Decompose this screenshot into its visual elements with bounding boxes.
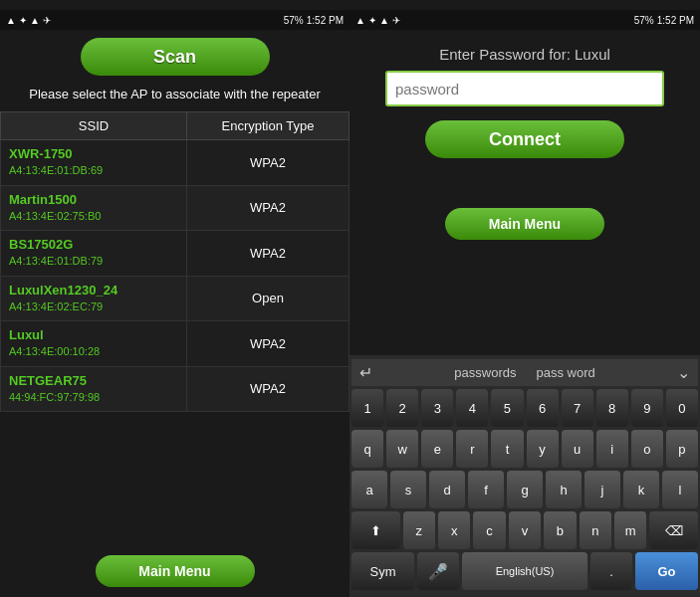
network-table: SSID Encryption Type XWR-1750 A4:13:4E:0…: [0, 111, 350, 412]
ssid-cell: XWR-1750 A4:13:4E:01:DB:69: [1, 140, 187, 185]
key-g[interactable]: g: [507, 471, 543, 508]
key-d[interactable]: d: [429, 471, 465, 508]
ssid-name: XWR-1750: [9, 146, 73, 161]
table-row[interactable]: BS17502G A4:13:4E:01:DB:79 WPA2: [1, 231, 350, 276]
key-k[interactable]: k: [623, 471, 659, 508]
right-status-right: 57% 1:52 PM: [634, 15, 694, 26]
table-row[interactable]: Luxul A4:13:4E:00:10:28 WPA2: [1, 321, 350, 366]
left-main-menu-button[interactable]: Main Menu: [96, 555, 255, 587]
right-panel: ▲ ✦ ▲ ✈ 57% 1:52 PM Enter Password for: …: [350, 0, 700, 597]
key-9[interactable]: 9: [631, 389, 663, 427]
key-8[interactable]: 8: [596, 389, 628, 427]
keyboard-zxcv-row: ⬆ z x c v b n m ⌫: [351, 511, 698, 549]
key-j[interactable]: j: [584, 471, 620, 508]
key-l[interactable]: l: [662, 471, 698, 508]
kbd-dropdown-icon[interactable]: ⌄: [677, 363, 690, 382]
key-a[interactable]: a: [351, 471, 387, 508]
left-status-bar: ▲ ✦ ▲ ✈ 57% 1:52 PM: [0, 10, 350, 30]
right-wifi-icon: ▲: [379, 15, 389, 26]
suggestion-passwords[interactable]: passwords: [454, 365, 516, 380]
key-7[interactable]: 7: [562, 389, 593, 427]
enc-cell: WPA2: [186, 321, 349, 366]
password-input[interactable]: [385, 71, 664, 106]
right-airplane-icon: ✈: [392, 15, 400, 26]
key-3[interactable]: 3: [421, 389, 453, 427]
ssid-cell: BS17502G A4:13:4E:01:DB:79: [1, 231, 187, 276]
key-2[interactable]: 2: [386, 389, 418, 427]
key-x[interactable]: x: [438, 511, 470, 549]
key-p[interactable]: p: [666, 430, 698, 468]
backspace-key[interactable]: ⌫: [649, 511, 698, 549]
connect-button[interactable]: Connect: [425, 120, 624, 158]
key-t[interactable]: t: [491, 430, 523, 468]
keyboard-suggestions-items: passwords pass word: [454, 365, 594, 380]
enc-cell: WPA2: [186, 140, 349, 185]
table-row[interactable]: LuxulXen1230_24 A4:13:4E:02:EC:79 Open: [1, 276, 350, 320]
suggestion-password2[interactable]: pass word: [536, 365, 594, 380]
go-key[interactable]: Go: [635, 552, 698, 590]
key-r[interactable]: r: [456, 430, 488, 468]
scan-button[interactable]: Scan: [81, 38, 270, 76]
key-n[interactable]: n: [580, 511, 611, 549]
wifi-icon: ▲: [30, 15, 40, 26]
shift-key[interactable]: ⬆: [351, 511, 400, 549]
key-z[interactable]: z: [403, 511, 435, 549]
key-h[interactable]: h: [546, 471, 582, 508]
instruction-text: Please select the AP to associate with t…: [29, 86, 320, 103]
signal-icon: ▲: [6, 15, 16, 26]
left-status-right: 57% 1:52 PM: [284, 15, 344, 26]
keyboard: ↵ passwords pass word ⌄ 1 2 3 4 5 6 7 8 …: [350, 355, 700, 597]
key-5[interactable]: 5: [491, 389, 523, 427]
ssid-name: BS17502G: [9, 237, 73, 252]
key-s[interactable]: s: [390, 471, 426, 508]
airplane-icon: ✈: [43, 15, 51, 26]
enter-password-label: Enter Password for: Luxul: [439, 46, 610, 63]
keyboard-bottom-row: Sym 🎤 English(US) . Go: [351, 552, 698, 590]
key-f[interactable]: f: [468, 471, 504, 508]
keyboard-number-row: 1 2 3 4 5 6 7 8 9 0: [351, 389, 698, 427]
right-signal-icon: ▲: [355, 15, 365, 26]
enc-column-header: Encryption Type: [186, 112, 349, 140]
key-v[interactable]: v: [509, 511, 541, 549]
ssid-mac: A4:13:4E:01:DB:69: [9, 164, 103, 176]
ssid-mac: 44:94:FC:97:79:98: [9, 391, 100, 403]
ssid-mac: A4:13:4E:02:EC:79: [9, 300, 103, 312]
key-1[interactable]: 1: [351, 389, 383, 427]
ssid-name: LuxulXen1230_24: [9, 283, 117, 298]
ssid-name: NETGEAR75: [9, 373, 87, 388]
ssid-cell: LuxulXen1230_24 A4:13:4E:02:EC:79: [1, 276, 187, 320]
ssid-name: Luxul: [9, 327, 44, 342]
english-us-key[interactable]: English(US): [462, 552, 587, 590]
ssid-cell: Martin1500 A4:13:4E:02:75:B0: [1, 185, 187, 230]
ssid-column-header: SSID: [1, 112, 187, 140]
key-0[interactable]: 0: [666, 389, 698, 427]
key-w[interactable]: w: [386, 430, 418, 468]
key-6[interactable]: 6: [527, 389, 559, 427]
table-row[interactable]: Martin1500 A4:13:4E:02:75:B0 WPA2: [1, 185, 350, 230]
right-battery-text: 57%: [634, 15, 654, 26]
key-u[interactable]: u: [562, 430, 593, 468]
key-c[interactable]: c: [473, 511, 505, 549]
right-bt-icon: ✦: [368, 15, 376, 26]
key-q[interactable]: q: [351, 430, 383, 468]
key-y[interactable]: y: [527, 430, 559, 468]
right-status-left: ▲ ✦ ▲ ✈: [355, 15, 400, 26]
table-row[interactable]: XWR-1750 A4:13:4E:01:DB:69 WPA2: [1, 140, 350, 185]
left-panel: ▲ ✦ ▲ ✈ 57% 1:52 PM Scan Please select t…: [0, 0, 350, 597]
right-time: 1:52 PM: [657, 15, 694, 26]
ssid-cell: NETGEAR75 44:94:FC:97:79:98: [1, 366, 187, 411]
keyboard-qwerty-row: q w e r t y u i o p: [351, 430, 698, 468]
key-m[interactable]: m: [614, 511, 646, 549]
key-b[interactable]: b: [544, 511, 576, 549]
bt-icon: ✦: [19, 15, 27, 26]
ssid-mac: A4:13:4E:01:DB:79: [9, 255, 103, 267]
sym-key[interactable]: Sym: [351, 552, 414, 590]
key-4[interactable]: 4: [456, 389, 488, 427]
mic-key[interactable]: 🎤: [417, 552, 459, 590]
table-row[interactable]: NETGEAR75 44:94:FC:97:79:98 WPA2: [1, 366, 350, 411]
key-i[interactable]: i: [596, 430, 628, 468]
period-key[interactable]: .: [590, 552, 632, 590]
key-o[interactable]: o: [631, 430, 663, 468]
key-e[interactable]: e: [421, 430, 453, 468]
right-main-menu-button[interactable]: Main Menu: [445, 208, 604, 240]
